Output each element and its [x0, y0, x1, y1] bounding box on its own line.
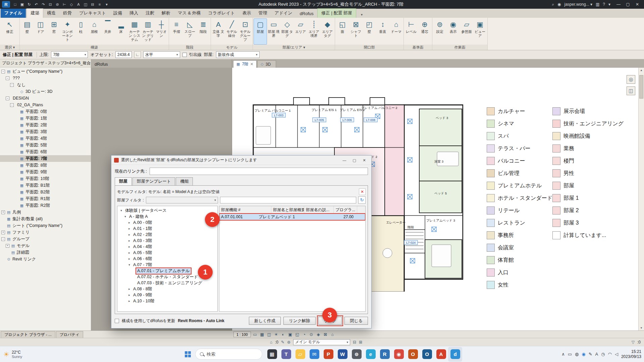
taskbar-app-button[interactable]: e [364, 347, 378, 362]
table-column-header[interactable]: 部屋名の説... [304, 206, 334, 213]
drofus-tree-label[interactable]: A.04 - 4階 [132, 244, 153, 250]
tree-expander-icon[interactable]: ▾ [123, 215, 127, 218]
tree-expander-icon[interactable] [14, 204, 18, 207]
select-elements-icon[interactable]: ⌂ [270, 340, 272, 345]
ribbon-tab[interactable]: マス & 外構 [174, 9, 205, 18]
ribbon-tab[interactable]: 修正 | 配置 部屋 [317, 8, 356, 18]
clock[interactable]: 15:21 2023/09/13 [621, 349, 641, 359]
drofus-tree-item[interactable]: ▾ 体験版 | データベース [118, 207, 217, 214]
tree-expander-icon[interactable]: ▸ [127, 227, 131, 230]
view-control-icon[interactable]: ▭ [252, 331, 258, 338]
ribbon-tool-button[interactable]: ▱ エリア [294, 18, 307, 45]
drofus-tree-item[interactable]: ▸ A.01 - 1階 [118, 226, 217, 232]
tree-expander-icon[interactable] [14, 164, 18, 167]
leader-checkbox[interactable] [182, 53, 187, 57]
dialog-button[interactable]: リンク解除 [283, 317, 315, 325]
upper-limit-select[interactable]: 7階▾ [51, 51, 88, 58]
drofus-tree-label[interactable]: A.09 - 9階 [132, 292, 153, 298]
help-icon[interactable]: ? [603, 2, 605, 7]
view-control-icon[interactable]: ☀ [273, 331, 279, 338]
tree-expander-icon[interactable] [14, 137, 18, 140]
tray-icon[interactable]: ◠ [608, 352, 612, 357]
ribbon-panel-label[interactable]: 基準面 [404, 45, 432, 50]
ribbon-tool-button[interactable]: ◱ 面 [336, 18, 349, 45]
ribbon-tool-button[interactable]: ▦ カーテン システム [128, 18, 141, 45]
ribbon-tool-button[interactable]: ⊠ シャフト [349, 18, 363, 45]
dialog-minimize-button[interactable]: — [340, 158, 349, 162]
view-control-icon[interactable]: ▦ [259, 331, 265, 338]
tree-item[interactable]: ▦ 平面図: R2階 [0, 202, 91, 209]
ribbon-tool-button[interactable]: ⊚ 設定 [433, 18, 446, 45]
drofus-tree-item[interactable]: ▸ A.05 - 5階 [118, 250, 217, 256]
tray-icon[interactable]: A [595, 352, 598, 357]
ribbon-tool-button[interactable]: ⊕ 通芯 [418, 18, 431, 45]
tree-item[interactable]: + ▤ 凡例 [0, 209, 91, 216]
tray-icon[interactable]: ◷ [601, 352, 605, 357]
room-tag[interactable]: L7-006 [342, 118, 352, 122]
room-filter-select[interactable]: ▾ [146, 197, 218, 203]
tree-expander-icon[interactable]: ▸ [127, 251, 131, 254]
drofus-tree-item[interactable]: ▸ A.06 - 6階 [118, 256, 217, 262]
qat-icon[interactable]: ◇ [68, 1, 75, 8]
taskbar-app-button[interactable]: ✉ [307, 347, 321, 362]
ribbon-tool-button[interactable]: ◰ 壁 [363, 18, 376, 45]
table-column-header[interactable]: 部屋機能 # [219, 206, 271, 213]
tree-expander-icon[interactable] [14, 150, 18, 154]
tree-item[interactable]: ▦ 平面図: 5階 [0, 142, 91, 148]
qat-icon[interactable]: ↷ [40, 1, 47, 8]
dialog-button[interactable]: 閉じる [344, 317, 368, 325]
drofus-tree-label[interactable]: A.01 - 1階 [132, 226, 153, 232]
view-control-icon[interactable]: ⊙ [308, 331, 315, 338]
ribbon-tool-button[interactable]: ✦ コンポーネント [61, 18, 74, 45]
tree-item[interactable]: ▦ 集計表/数量 (all) [0, 216, 91, 222]
ribbon-tool-button[interactable]: A 立体 文字 [212, 18, 225, 45]
room-tag[interactable]: L7-003 [274, 114, 283, 117]
tree-expander-icon[interactable]: − [10, 103, 14, 107]
signed-in-user[interactable]: jasper.wong... ▾ [565, 2, 592, 7]
scale-button[interactable]: 1 : 100 [233, 331, 251, 337]
ribbon-tool-button[interactable]: ◇ 部屋 タグ [280, 18, 294, 45]
ribbon-tool-button[interactable]: ▂ 床 [114, 18, 128, 45]
view-control-icon[interactable]: ◱ [294, 331, 301, 338]
dialog-tab[interactable]: 部屋 [115, 177, 132, 185]
close-view-icon[interactable]: ✕ [250, 62, 253, 66]
worksharing-icon[interactable]: ⊚ [287, 340, 290, 345]
minimize-button[interactable]: — [614, 2, 623, 7]
ribbon-tab[interactable]: dRofus [296, 10, 317, 18]
taskbar-app-button[interactable]: T [279, 347, 293, 362]
ribbon-tab[interactable]: 注釈 [142, 9, 158, 18]
drofus-tree-label[interactable]: A.00 - 0階 [132, 220, 153, 226]
drofus-tree-item[interactable]: ▸ A.04 - 4階 [118, 244, 217, 250]
ribbon-tab[interactable]: 管理 [255, 9, 271, 18]
ribbon-tool-button[interactable]: ▣ ビューア [473, 18, 487, 45]
tree-expander-icon[interactable] [1, 217, 5, 221]
ribbon-tab[interactable]: 解析 [158, 9, 174, 18]
current-link-input[interactable] [150, 168, 368, 175]
offset-input[interactable]: 2438.4 [115, 51, 132, 58]
tree-item[interactable]: ▦ 平面図: 3階 [0, 128, 91, 135]
drofus-tree-label[interactable]: 体験版 | データベース [124, 208, 168, 214]
taskbar-app-button[interactable]: ⊚ [350, 347, 364, 362]
ribbon-tool-button[interactable]: ◫ ドア [34, 18, 47, 45]
taskbar-app-button[interactable]: ▱ [293, 347, 307, 362]
ribbon-tab[interactable]: アドイン [271, 9, 296, 18]
tree-item[interactable]: ▦ 平面図: 10階 [0, 175, 91, 182]
tree-expander-icon[interactable] [1, 224, 5, 228]
qat-icon[interactable]: ↻ [26, 1, 33, 8]
revit-logo-icon[interactable]: R [2, 1, 10, 8]
ribbon-tab[interactable]: 建築 [26, 8, 43, 18]
taskbar-app-button[interactable]: O [420, 347, 434, 362]
drofus-tree-label[interactable]: A.03 - 3階 [132, 238, 153, 244]
ribbon-tool-button[interactable]: ┼ マリオン [155, 18, 168, 45]
drofus-tree-label[interactable]: A.07.03 - 技術・エンジニアリング [136, 280, 203, 286]
tree-item[interactable]: ▦ 平面図: 8階 [0, 162, 91, 169]
table-column-header[interactable]: プログラ... [334, 206, 357, 213]
view-control-icon[interactable]: ◔ [301, 331, 308, 338]
tree-expander-icon[interactable] [14, 143, 18, 147]
ribbon-tool-button[interactable]: ≣ 階段 [197, 18, 210, 45]
editable-only-icon[interactable]: ✎ [281, 340, 284, 345]
tree-expander-icon[interactable]: − [1, 70, 5, 73]
weather-widget[interactable]: ☀ 22°C Sunny [3, 350, 22, 359]
tree-expander-icon[interactable]: − [6, 76, 9, 80]
maximize-button[interactable]: ▢ [623, 2, 633, 7]
